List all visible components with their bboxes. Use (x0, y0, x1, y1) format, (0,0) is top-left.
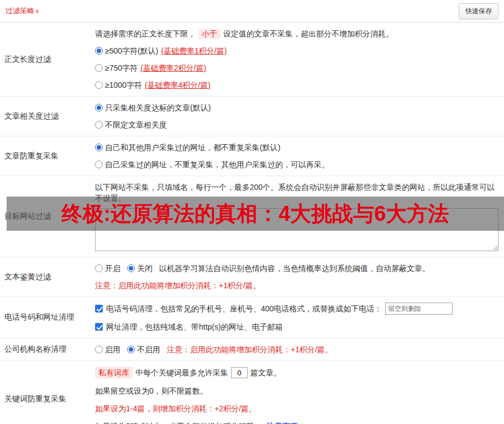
radio-icon[interactable] (95, 346, 103, 353)
rate-note: (基础费率4积分/篇) (145, 80, 211, 91)
dedup-filter-content: 自己和其他用户采集过的网址，都不重复采集(默认) 自己采集过的网址，不重复采集，… (95, 142, 504, 170)
radio-icon[interactable] (95, 144, 103, 151)
row-phone-url-clean: 电话号码和网址清理 电话号码清理，包括常见的手机号、座机号、400电话格式，或替… (0, 297, 504, 338)
radio-icon[interactable] (95, 161, 103, 168)
keyword-dedup-label: 关键词防重复采集 (0, 367, 95, 424)
keyword-limit-text-post: 篇文章。 (250, 367, 281, 378)
radio-icon[interactable] (95, 121, 103, 129)
checkbox-icon[interactable] (95, 305, 103, 312)
notice-link[interactable]: 注意事项 (267, 421, 298, 424)
radio-label: 自己采集过的网址，不重复采集，其他用户采集过的，可以再采。 (105, 159, 329, 170)
length-filter-desc: 请选择需求的正文长度下限，小于设定值的文章不采集，超出部分不增加积分消耗。 (95, 28, 498, 39)
radio-option-company-off[interactable]: 不启用 (127, 344, 160, 355)
radio-option-relevance-only[interactable]: 只采集相关度达标的文章(默认) (95, 102, 498, 113)
radio-label: ≥500字符(默认) (105, 45, 158, 56)
row-length-filter: 正文长度过滤 请选择需求的正文长度下限，小于设定值的文章不采集，超出部分不增加积… (0, 23, 504, 97)
company-clean-label: 公司机构名称清理 (0, 344, 95, 355)
radio-option-dedup-self-only[interactable]: 自己采集过的网址，不重复采集，其他用户采集过的，可以再采。 (95, 159, 498, 170)
dedup-filter-label: 文章防重复采集 (0, 142, 95, 170)
checkbox-label: 网址清理，包括纯域名、带http(s)的网址、电子邮箱 (106, 321, 283, 332)
chevron-double-down-icon[interactable] (34, 9, 41, 13)
keyword-note-zero: 如果留空或设为0，则不限篇数。 (95, 385, 498, 396)
radio-icon[interactable] (95, 104, 103, 112)
radio-option-500-chars[interactable]: ≥500字符(默认) (基础费率1积分/篇) (95, 45, 498, 56)
radio-option-1000-chars[interactable]: ≥1000字符 (基础费率4积分/篇) (95, 80, 498, 91)
checkbox-icon[interactable] (95, 323, 103, 331)
length-filter-label: 正文长度过滤 (0, 28, 95, 91)
radio-label: 自己和其他用户采集过的网址，都不重复采集(默认) (105, 142, 280, 153)
keyword-note-five-plus-text: 如果设为5篇或以上，也不会额外增加积分消耗。 (95, 421, 262, 424)
radio-label: 关闭 (137, 263, 153, 274)
radio-option-relevance-any[interactable]: 不限定文章相关度 (95, 119, 498, 130)
keyword-limit-text: 中每个关键词最多允许采集 (135, 367, 228, 378)
length-filter-content: 请选择需求的正文长度下限，小于设定值的文章不采集，超出部分不增加积分消耗。 ≥5… (95, 28, 504, 91)
radio-icon[interactable] (127, 346, 135, 353)
company-clean-cost-note: 注意：启用此功能将增加积分消耗：+1积分/篇。 (167, 344, 333, 355)
radio-option-company-on[interactable]: 启用 (95, 344, 120, 355)
keyword-note-cost: 如果设为1-4篇，则增加积分消耗：+2积分/篇。 (95, 403, 498, 414)
porn-filter-desc: 以机器学习算法自动识别色情内容，当色情概率达到系统阈值，自动屏蔽文章。 (159, 263, 430, 274)
row-keyword-dedup: 关键词防重复采集 私有词库 中每个关键词最多允许采集 篇文章。 如果留空或设为0… (0, 361, 504, 424)
radio-label: 不限定文章相关度 (105, 119, 167, 130)
max-articles-input[interactable] (231, 367, 248, 378)
phone-url-clean-content: 电话号码清理，包括常见的手机号、座机号、400电话格式，或替换成如下电话： 网址… (95, 303, 504, 332)
radio-icon[interactable] (95, 81, 103, 89)
row-company-clean: 公司机构名称清理 启用 不启用 注意：启用此功能将增加积分消耗：+1积分/篇。 (0, 338, 504, 361)
porn-filter-options: 开启 关闭 以机器学习算法自动识别色情内容，当色情概率达到系统阈值，自动屏蔽文章… (95, 263, 498, 274)
relevance-filter-content: 只采集相关度达标的文章(默认) 不限定文章相关度 (95, 102, 504, 130)
radio-label: 不启用 (137, 344, 160, 355)
desc-text-pre: 请选择需求的正文长度下限， (95, 29, 196, 38)
company-clean-options: 启用 不启用 注意：启用此功能将增加积分消耗：+1积分/篇。 (95, 344, 498, 355)
phone-clean-line: 电话号码清理，包括常见的手机号、座机号、400电话格式，或替换成如下电话： (95, 303, 498, 315)
radio-option-porn-on[interactable]: 开启 (95, 263, 120, 274)
radio-option-750-chars[interactable]: ≥750字符 (基础费率2积分/篇) (95, 62, 498, 73)
row-dedup-filter: 文章防重复采集 自己和其他用户采集过的网址，都不重复采集(默认) 自己采集过的网… (0, 136, 504, 176)
radio-label: 启用 (105, 344, 120, 355)
porn-filter-label: 文本鉴黄过滤 (0, 263, 95, 291)
less-than-highlight: 小于 (198, 29, 221, 39)
checkbox-phone-clean[interactable]: 电话号码清理，包括常见的手机号、座机号、400电话格式，或替换成如下电话： (95, 303, 382, 314)
watermark-text: 终极:还原算法的真相：4大挑战与6大方法 (62, 200, 449, 228)
radio-label: 开启 (105, 263, 120, 274)
porn-filter-cost-note: 注意：启用此功能将增加积分消耗：+1积分/篇。 (95, 280, 498, 291)
checkbox-url-clean[interactable]: 网址清理，包括纯域名、带http(s)的网址、电子邮箱 (95, 321, 283, 332)
phone-url-clean-label: 电话号码和网址清理 (0, 303, 95, 332)
relevance-filter-label: 文章相关度过滤 (0, 102, 95, 130)
keyword-note-five-plus: 如果设为5篇或以上，也不会额外增加积分消耗。 注意事项 (95, 421, 498, 424)
radio-icon[interactable] (127, 264, 135, 272)
radio-label: ≥1000字符 (105, 80, 142, 91)
replacement-phone-input[interactable] (385, 303, 453, 315)
watermark-banner: 终极:还原算法的真相：4大挑战与6大方法 (7, 197, 504, 231)
radio-label: ≥750字符 (105, 62, 138, 73)
private-lexicon-highlight: 私有词库 (95, 367, 133, 379)
checkbox-label: 电话号码清理，包括常见的手机号、座机号、400电话格式，或替换成如下电话： (106, 303, 382, 314)
row-porn-filter: 文本鉴黄过滤 开启 关闭 以机器学习算法自动识别色情内容，当色情概率达到系统阈值… (0, 257, 504, 297)
radio-option-porn-off[interactable]: 关闭 (127, 263, 153, 274)
page-header: 过滤策略 快速保存 (0, 0, 504, 23)
desc-text-post: 设定值的文章不采集，超出部分不增加积分消耗。 (223, 29, 393, 38)
porn-filter-content: 开启 关闭 以机器学习算法自动识别色情内容，当色情概率达到系统阈值，自动屏蔽文章… (95, 263, 504, 291)
keyword-dedup-content: 私有词库 中每个关键词最多允许采集 篇文章。 如果留空或设为0，则不限篇数。 如… (95, 367, 504, 424)
radio-icon[interactable] (95, 264, 103, 272)
radio-option-dedup-all-users[interactable]: 自己和其他用户采集过的网址，都不重复采集(默认) (95, 142, 498, 153)
rate-note: (基础费率1积分/篇) (161, 45, 227, 56)
radio-icon[interactable] (95, 64, 103, 72)
radio-label: 只采集相关度达标的文章(默认) (105, 102, 211, 113)
url-clean-line: 网址清理，包括纯域名、带http(s)的网址、电子邮箱 (95, 321, 498, 332)
rate-note: (基础费率2积分/篇) (140, 62, 206, 73)
radio-icon[interactable] (95, 47, 103, 55)
header-title-group: 过滤策略 (6, 6, 40, 16)
company-clean-content: 启用 不启用 注意：启用此功能将增加积分消耗：+1积分/篇。 (95, 344, 504, 355)
quick-save-button[interactable]: 快速保存 (459, 3, 498, 19)
keyword-limit-line: 私有词库 中每个关键词最多允许采集 篇文章。 (95, 367, 498, 379)
row-relevance-filter: 文章相关度过滤 只采集相关度达标的文章(默认) 不限定文章相关度 (0, 97, 504, 136)
page-title: 过滤策略 (6, 6, 34, 16)
